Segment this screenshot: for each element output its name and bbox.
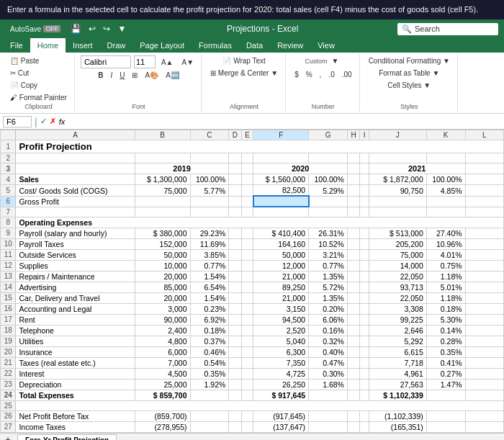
cell-j2[interactable] — [369, 153, 426, 163]
cell-a21[interactable]: Taxes (real estate etc.) — [16, 357, 135, 368]
cell-e16[interactable] — [241, 303, 253, 314]
cell-i6[interactable] — [360, 196, 369, 207]
customize-icon[interactable]: ▼ — [116, 24, 127, 34]
tab-home[interactable]: Home — [30, 38, 66, 53]
cell-i4[interactable] — [360, 174, 369, 185]
decimal-increase-button[interactable]: .0 — [325, 69, 337, 80]
cell-i19[interactable] — [360, 336, 369, 346]
year-2020-header[interactable]: 2020 — [253, 163, 348, 174]
cell-f22[interactable]: 4,725 — [253, 368, 309, 379]
cell-c24[interactable] — [190, 390, 229, 400]
underline-button[interactable]: U — [117, 70, 127, 81]
cell-l20[interactable] — [465, 346, 503, 357]
cell-c18[interactable]: 0.18% — [190, 325, 229, 336]
cell-l14[interactable] — [465, 282, 503, 292]
decimal-decrease-button[interactable]: .00 — [339, 69, 355, 80]
cell-a27[interactable]: Income Taxes — [16, 421, 135, 432]
cell-b11[interactable]: 50,000 — [135, 249, 190, 260]
col-header-f[interactable]: F — [253, 130, 309, 140]
col-header-l[interactable]: L — [465, 130, 503, 140]
cell-d21[interactable] — [229, 357, 241, 368]
year-2021-header[interactable]: 2021 — [369, 163, 465, 174]
cell-styles-button[interactable]: Cell Styles ▼ — [384, 80, 433, 91]
cell-g24[interactable] — [309, 390, 348, 400]
operating-expenses-header[interactable]: Operating Expenses — [16, 217, 504, 228]
cell-j26[interactable]: (1,102,339) — [369, 410, 426, 421]
cell-e18[interactable] — [241, 325, 253, 336]
cell-e26[interactable] — [241, 410, 253, 421]
font-size-input[interactable] — [134, 55, 156, 68]
cell-l5[interactable] — [465, 185, 503, 197]
cell-j16[interactable]: 3,308 — [369, 303, 426, 314]
cell-c20[interactable]: 0.46% — [190, 346, 229, 357]
format-as-table-button[interactable]: Format as Table ▼ — [376, 68, 442, 78]
cell-reference-input[interactable] — [3, 116, 32, 127]
cell-f16[interactable]: 3,150 — [253, 303, 309, 314]
cell-b14[interactable]: 85,000 — [135, 282, 190, 292]
cell-g15[interactable]: 1.35% — [309, 292, 348, 303]
cell-c9[interactable]: 29.23% — [190, 228, 229, 238]
cell-a18[interactable]: Telephone — [16, 325, 135, 336]
cell-h15[interactable] — [347, 292, 359, 303]
cell-e3[interactable] — [241, 163, 253, 174]
cell-a13[interactable]: Repairs / Maintenance — [16, 271, 135, 282]
cell-j20[interactable]: 6,615 — [369, 346, 426, 357]
cell-f7[interactable] — [253, 207, 309, 217]
cell-h20[interactable] — [347, 346, 359, 357]
cell-b6[interactable] — [135, 196, 190, 207]
tab-draw[interactable]: Draw — [100, 38, 133, 53]
cell-l7[interactable] — [465, 207, 503, 217]
cell-c12[interactable]: 0.77% — [190, 260, 229, 271]
cell-j14[interactable]: 93,713 — [369, 282, 426, 292]
cell-c19[interactable]: 0.37% — [190, 336, 229, 346]
cell-h22[interactable] — [347, 368, 359, 379]
cell-j6[interactable] — [369, 196, 426, 207]
cell-h19[interactable] — [347, 336, 359, 346]
undo-icon[interactable]: ↩ — [87, 24, 97, 34]
cell-h4[interactable] — [347, 174, 359, 185]
cell-k12[interactable]: 0.75% — [426, 260, 465, 271]
cell-a22[interactable]: Interest — [16, 368, 135, 379]
cell-i14[interactable] — [360, 282, 369, 292]
cell-a10[interactable]: Payroll Taxes — [16, 238, 135, 249]
autosave-indicator[interactable]: AutoSave OFF — [6, 24, 65, 34]
cell-e15[interactable] — [241, 292, 253, 303]
col-header-j[interactable]: J — [369, 130, 426, 140]
cell-b24[interactable]: $ 859,700 — [135, 390, 190, 400]
wrap-text-button[interactable]: 📄 Wrap Text — [220, 55, 268, 66]
cell-f24[interactable]: $ 917,645 — [253, 390, 309, 400]
cell-g21[interactable]: 0.47% — [309, 357, 348, 368]
cell-g4[interactable]: 100.00% — [309, 174, 348, 185]
cell-b20[interactable]: 6,000 — [135, 346, 190, 357]
cell-j27[interactable]: (165,351) — [369, 421, 426, 432]
cell-k24[interactable] — [426, 390, 465, 400]
cell-i15[interactable] — [360, 292, 369, 303]
cell-25[interactable] — [16, 400, 504, 410]
col-header-b[interactable]: B — [135, 130, 190, 140]
cell-a15[interactable]: Car, Delivery and Travel — [16, 292, 135, 303]
cell-b4[interactable]: $ 1,300,000 — [135, 174, 190, 185]
cell-f21[interactable]: 7,350 — [253, 357, 309, 368]
cell-b21[interactable]: 7,000 — [135, 357, 190, 368]
cell-d15[interactable] — [229, 292, 241, 303]
cell-a23[interactable]: Depreciation — [16, 379, 135, 390]
cell-c23[interactable]: 1.92% — [190, 379, 229, 390]
tab-formulas[interactable]: Formulas — [192, 38, 239, 53]
cell-k23[interactable]: 1.47% — [426, 379, 465, 390]
cell-h24[interactable] — [347, 390, 359, 400]
cell-g22[interactable]: 0.30% — [309, 368, 348, 379]
cell-b16[interactable]: 3,000 — [135, 303, 190, 314]
cell-k4[interactable]: 100.00% — [426, 174, 465, 185]
cell-h9[interactable] — [347, 228, 359, 238]
cell-l3[interactable] — [465, 163, 503, 174]
cell-e2[interactable] — [241, 153, 253, 163]
cell-f6[interactable] — [253, 196, 309, 207]
cell-l12[interactable] — [465, 260, 503, 271]
cell-b10[interactable]: 152,000 — [135, 238, 190, 249]
cell-k7[interactable] — [426, 207, 465, 217]
cell-b17[interactable]: 90,000 — [135, 314, 190, 325]
cell-h17[interactable] — [347, 314, 359, 325]
cell-d2[interactable] — [229, 153, 241, 163]
cell-c22[interactable]: 0.35% — [190, 368, 229, 379]
cell-a2[interactable] — [16, 153, 135, 163]
